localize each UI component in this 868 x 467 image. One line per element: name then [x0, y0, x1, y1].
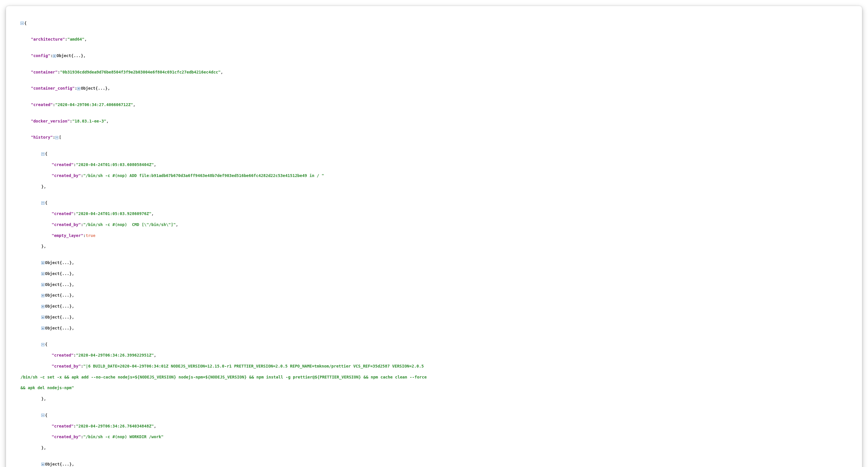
key-docker-version: "docker_version"	[31, 119, 70, 123]
expand-icon[interactable]	[41, 327, 44, 330]
brace-open: {	[45, 413, 47, 418]
value-created: "2020-04-29T06:34:27.406606712Z"	[55, 102, 133, 107]
collapse-icon[interactable]	[41, 201, 44, 205]
key-history-created-by: "created_by"	[52, 364, 81, 368]
value-docker-version: "18.03.1-ee-3"	[72, 119, 106, 123]
key-history-created: "created"	[52, 353, 73, 358]
key-history-created-by: "created_by"	[52, 222, 81, 227]
collapse-icon[interactable]	[21, 22, 24, 25]
collapsed-object[interactable]: Object{...}	[45, 326, 72, 330]
collapsed-object[interactable]: Object{...}	[45, 304, 72, 308]
collapsed-object[interactable]: Object{...}	[45, 293, 72, 298]
collapse-icon[interactable]	[55, 136, 58, 139]
collapse-icon[interactable]	[41, 153, 44, 156]
bracket-open: [	[59, 135, 61, 139]
key-container-config: "container_config"	[31, 86, 75, 91]
key-architecture: "architecture"	[31, 37, 65, 41]
value-empty-layer: true	[86, 233, 95, 238]
value-history-created-by-l2: /bin/sh -c set -x && apk add --no-cache …	[21, 375, 427, 379]
brace-open: {	[45, 342, 47, 346]
expand-icon[interactable]	[41, 294, 44, 297]
collapsed-object[interactable]: Object{...}	[57, 53, 83, 58]
collapsed-object[interactable]: Object{...}	[81, 86, 107, 91]
collapse-icon[interactable]	[41, 414, 44, 417]
key-history-created-by: "created_by"	[52, 434, 81, 439]
key-history-created: "created"	[52, 424, 73, 428]
collapsed-object[interactable]: Object{...}	[45, 260, 72, 265]
collapsed-object[interactable]: Object{...}	[45, 462, 72, 466]
key-history-created: "created"	[52, 162, 73, 167]
brace-close: },	[41, 184, 46, 189]
key-config: "config"	[31, 53, 50, 58]
key-container: "container"	[31, 70, 58, 74]
value-container: "0b31936cdd9dea9d76be8504f3f9e2b03004e6f…	[60, 70, 220, 74]
key-empty-layer: "empty_layer"	[52, 233, 83, 238]
collapse-icon[interactable]	[41, 343, 44, 346]
collapsed-object[interactable]: Object{...}	[45, 282, 72, 287]
expand-icon[interactable]	[41, 463, 44, 466]
value-history-created-by: "/bin/sh -c #(nop) CMD [\"/bin/sh\"]"	[83, 222, 176, 227]
brace-close: },	[41, 445, 46, 450]
brace-open: {	[45, 151, 47, 156]
expand-icon[interactable]	[77, 87, 80, 90]
expand-icon[interactable]	[41, 261, 44, 264]
value-history-created: "2020-04-29T06:34:26.764034848Z"	[76, 424, 154, 428]
expand-icon[interactable]	[41, 316, 44, 319]
brace-open: {	[24, 21, 27, 25]
json-viewer-panel: { "architecture":"amd64", "config":Objec…	[6, 6, 862, 467]
expand-icon[interactable]	[41, 283, 44, 286]
brace-close: },	[41, 244, 46, 248]
key-history-created-by: "created_by"	[52, 173, 81, 178]
value-history-created-by: "/bin/sh -c #(nop) WORKDIR /work"	[83, 434, 164, 439]
value-history-created-by-l3: && apk del nodejs-npm"	[21, 386, 74, 390]
expand-icon[interactable]	[41, 305, 44, 308]
collapsed-object[interactable]: Object{...}	[45, 315, 72, 320]
collapsed-object[interactable]: Object{...}	[45, 271, 72, 276]
value-history-created: "2020-04-24T01:05:03.608058404Z"	[76, 162, 154, 167]
brace-close: },	[41, 396, 46, 401]
key-history: "history"	[31, 135, 53, 139]
brace-open: {	[45, 200, 47, 205]
value-history-created: "2020-04-29T06:34:26.399622951Z"	[76, 353, 154, 358]
expand-icon[interactable]	[41, 272, 44, 275]
value-history-created-by-l1: "|6 BUILD_DATE=2020-04-29T06:34:01Z NODE…	[83, 364, 424, 368]
key-history-created: "created"	[52, 211, 73, 216]
value-architecture: "amd64"	[67, 37, 84, 41]
key-created: "created"	[31, 102, 53, 107]
expand-icon[interactable]	[53, 55, 56, 58]
value-history-created-by: "/bin/sh -c #(nop) ADD file:b91adb67b670…	[83, 173, 324, 178]
value-history-created: "2020-04-24T01:05:03.92860976Z"	[76, 211, 151, 216]
